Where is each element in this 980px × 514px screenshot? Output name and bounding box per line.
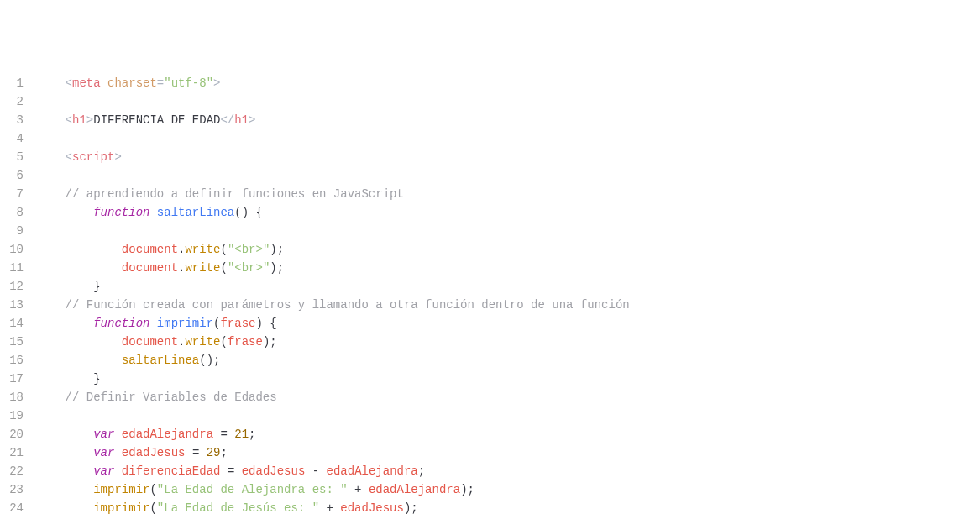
indent	[37, 298, 66, 312]
token	[149, 206, 156, 219]
token: ;	[277, 261, 284, 275]
token: // Función creada con parámetros y llama…	[66, 298, 630, 312]
token: )	[270, 243, 276, 256]
indent	[37, 150, 66, 164]
code-line[interactable]: // Función creada con parámetros y llama…	[37, 296, 980, 314]
token: frase	[228, 335, 263, 349]
code-line[interactable]: }	[37, 370, 980, 388]
code-line[interactable]	[37, 129, 980, 148]
token: charset	[107, 76, 157, 90]
line-number: 12	[0, 277, 24, 296]
code-line[interactable]: document.write(frase);	[37, 333, 980, 351]
code-line[interactable]: var diferenciaEdad = edadJesus - edadAle…	[37, 462, 980, 480]
token: // Definir Variables de Edades	[66, 391, 277, 404]
token: >	[249, 113, 255, 127]
token: (	[220, 243, 227, 256]
code-line[interactable]	[37, 222, 980, 240]
token	[220, 464, 227, 478]
token: edadAlejandra	[369, 483, 460, 496]
token: )	[270, 261, 276, 275]
code-line[interactable]: imprimir("La Edad de Alejandra es: " + e…	[37, 480, 980, 499]
line-number: 19	[0, 406, 24, 425]
code-line[interactable]: // Definir Variables de Edades	[37, 388, 980, 406]
token: edadAlejandra	[122, 427, 213, 441]
token: write	[185, 243, 220, 256]
code-line[interactable]: imprimir("La Edad de Jesús es: " + edadJ…	[37, 499, 980, 514]
token: var	[93, 446, 114, 459]
code-line[interactable]: // aprendiendo a definir funciones en Ja…	[37, 185, 980, 203]
code-line[interactable]: <meta charset="utf-8">	[37, 74, 980, 92]
token	[199, 446, 206, 459]
code-line[interactable]: function imprimir(frase) {	[37, 314, 980, 333]
line-number: 6	[0, 166, 24, 185]
token: (	[220, 261, 227, 275]
code-line[interactable]: <script>	[37, 148, 980, 166]
code-line[interactable]: var edadJesus = 29;	[37, 443, 980, 462]
indent	[37, 335, 122, 349]
code-editor[interactable]: 1234567891011121314151617181920212223242…	[0, 74, 980, 514]
token	[114, 464, 121, 478]
token: diferenciaEdad	[122, 464, 221, 478]
indent	[37, 243, 122, 256]
token: var	[93, 464, 114, 478]
code-line[interactable]: document.write("<br>");	[37, 259, 980, 277]
code-line[interactable]: }	[37, 277, 980, 296]
token: ;	[270, 335, 276, 349]
line-number: 8	[0, 203, 24, 222]
token: }	[93, 280, 100, 293]
token: h1	[72, 113, 86, 127]
token: document	[122, 243, 178, 256]
line-number: 15	[0, 333, 24, 351]
token: }	[93, 372, 100, 386]
token: <	[66, 150, 72, 164]
line-number: 23	[0, 480, 24, 499]
token: edadJesus	[340, 501, 404, 514]
code-line[interactable]	[37, 166, 980, 185]
token: )	[255, 317, 262, 330]
token: "<br>"	[228, 243, 270, 256]
code-area[interactable]: <meta charset="utf-8"> <h1>DIFERENCIA DE…	[34, 74, 980, 514]
line-number: 5	[0, 148, 24, 166]
line-number-gutter: 1234567891011121314151617181920212223242…	[0, 74, 34, 514]
token: </	[220, 113, 234, 127]
token	[114, 427, 121, 441]
indent	[37, 464, 93, 478]
indent	[37, 501, 93, 514]
token: saltarLinea	[122, 354, 199, 367]
token: "La Edad de Jesús es: "	[157, 501, 319, 514]
token: >	[86, 113, 93, 127]
token: <	[66, 76, 72, 90]
indent	[37, 391, 66, 404]
token: >	[114, 150, 121, 164]
token: saltarLinea	[157, 206, 234, 219]
line-number: 22	[0, 462, 24, 480]
token	[362, 483, 369, 496]
line-number: 4	[0, 129, 24, 148]
line-number: 24	[0, 499, 24, 514]
code-line[interactable]: var edadAlejandra = 21;	[37, 425, 980, 443]
code-line[interactable]: <h1>DIFERENCIA DE EDAD</h1>	[37, 111, 980, 129]
token: +	[326, 501, 333, 514]
token	[348, 483, 354, 496]
line-number: 14	[0, 314, 24, 333]
code-line[interactable]: saltarLinea();	[37, 351, 980, 370]
token: +	[354, 483, 361, 496]
token: ;	[249, 427, 255, 441]
token: imprimir	[157, 317, 213, 330]
line-number: 7	[0, 185, 24, 203]
token: 29	[207, 446, 221, 459]
indent	[37, 446, 93, 459]
code-line[interactable]: document.write("<br>");	[37, 240, 980, 259]
token: =	[157, 76, 164, 90]
token: -	[312, 464, 319, 478]
line-number: 9	[0, 222, 24, 240]
token: {	[270, 317, 276, 330]
token: imprimir	[93, 483, 149, 496]
code-line[interactable]: function saltarLinea() {	[37, 203, 980, 222]
token: (	[220, 335, 227, 349]
code-line[interactable]	[37, 92, 980, 111]
token: ;	[468, 483, 474, 496]
code-line[interactable]	[37, 406, 980, 425]
line-number: 17	[0, 370, 24, 388]
token: ;	[221, 446, 228, 459]
